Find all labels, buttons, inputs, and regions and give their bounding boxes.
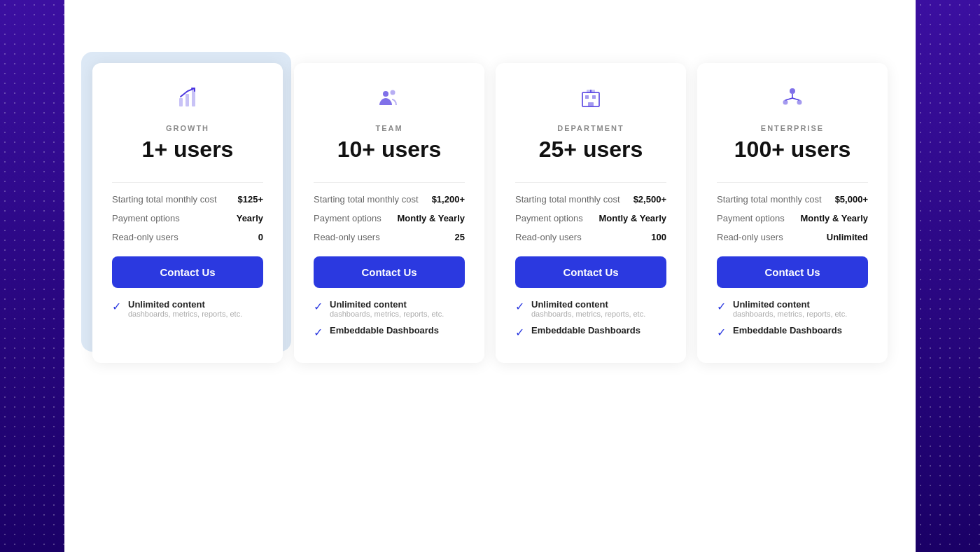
monthly-cost-label: Starting total monthly cost xyxy=(717,194,822,205)
monthly-cost-row: Starting total monthly cost $125+ xyxy=(112,194,263,205)
pricing-card-growth: GROWTH 1+ users Starting total monthly c… xyxy=(92,63,283,363)
monthly-cost-row: Starting total monthly cost $5,000+ xyxy=(717,194,868,205)
svg-point-13 xyxy=(797,100,802,105)
card-icon xyxy=(314,85,465,116)
payment-options-label: Payment options xyxy=(515,213,583,223)
payment-options-row: Payment options Montly & Yearly xyxy=(515,213,666,223)
feature-item: ✓ Unlimited content dashboards, metrics,… xyxy=(314,299,465,318)
payment-options-value: Montly & Yearly xyxy=(800,213,868,223)
card-icon xyxy=(112,85,263,116)
readonly-users-label: Read-only users xyxy=(515,232,582,242)
monthly-cost-value: $5,000+ xyxy=(835,194,868,205)
payment-options-label: Payment options xyxy=(112,213,180,223)
svg-rect-6 xyxy=(585,95,589,99)
monthly-cost-row: Starting total monthly cost $2,500+ xyxy=(515,194,666,205)
feature-title: Embeddable Dashboards xyxy=(531,325,640,336)
pricing-grid: GROWTH 1+ users Starting total monthly c… xyxy=(92,63,888,363)
feature-subtitle: dashboards, metrics, reports, etc. xyxy=(531,310,645,318)
readonly-users-value: Unlimited xyxy=(827,232,868,242)
readonly-users-label: Read-only users xyxy=(717,232,783,242)
contact-us-button[interactable]: Contact Us xyxy=(717,256,868,288)
svg-line-15 xyxy=(785,98,792,100)
svg-rect-1 xyxy=(186,94,189,106)
readonly-users-label: Read-only users xyxy=(112,232,178,242)
feature-item: ✓ Unlimited content dashboards, metrics,… xyxy=(112,299,263,318)
svg-point-3 xyxy=(383,91,388,97)
feature-item: ✓ Embeddable Dashboards xyxy=(314,325,465,339)
check-icon: ✓ xyxy=(515,326,524,339)
card-icon xyxy=(717,85,868,116)
side-decoration-right xyxy=(916,0,980,552)
pricing-card-department: DEPARTMENT 25+ users Starting total mont… xyxy=(496,63,686,363)
feature-title: Unlimited content xyxy=(733,299,847,310)
contact-us-button[interactable]: Contact Us xyxy=(515,256,666,288)
readonly-users-row: Read-only users 25 xyxy=(314,232,465,242)
contact-us-button[interactable]: Contact Us xyxy=(314,256,465,288)
payment-options-value: Yearly xyxy=(237,213,263,223)
card-divider xyxy=(515,182,666,183)
feature-title: Unlimited content xyxy=(330,299,444,310)
feature-item: ✓ Unlimited content dashboards, metrics,… xyxy=(515,299,666,318)
feature-item: ✓ Embeddable Dashboards xyxy=(515,325,666,339)
check-icon: ✓ xyxy=(717,326,726,339)
svg-line-16 xyxy=(792,98,799,100)
card-tier: TEAM xyxy=(314,124,465,132)
payment-options-row: Payment options Montly & Yearly xyxy=(717,213,868,223)
side-decoration-left xyxy=(0,0,64,552)
monthly-cost-value: $125+ xyxy=(237,194,263,205)
contact-us-button[interactable]: Contact Us xyxy=(112,256,263,288)
svg-rect-7 xyxy=(592,95,596,99)
svg-point-11 xyxy=(790,88,795,94)
card-users: 25+ users xyxy=(515,137,666,163)
readonly-users-row: Read-only users Unlimited xyxy=(717,232,868,242)
readonly-users-row: Read-only users 0 xyxy=(112,232,263,242)
svg-point-12 xyxy=(783,100,788,105)
feature-item: ✓ Unlimited content dashboards, metrics,… xyxy=(717,299,868,318)
feature-title: Embeddable Dashboards xyxy=(330,325,439,336)
main-content: GROWTH 1+ users Starting total monthly c… xyxy=(64,0,916,391)
monthly-cost-label: Starting total monthly cost xyxy=(112,194,217,205)
card-divider xyxy=(717,182,868,183)
check-icon: ✓ xyxy=(314,326,323,339)
card-users: 10+ users xyxy=(314,137,465,163)
feature-subtitle: dashboards, metrics, reports, etc. xyxy=(330,310,444,318)
card-users: 100+ users xyxy=(717,137,868,163)
pricing-card-enterprise: ENTERPRISE 100+ users Starting total mon… xyxy=(697,63,888,363)
payment-options-row: Payment options Montly & Yearly xyxy=(314,213,465,223)
monthly-cost-row: Starting total monthly cost $1,200+ xyxy=(314,194,465,205)
card-tier: GROWTH xyxy=(112,124,263,132)
svg-rect-8 xyxy=(588,102,594,106)
readonly-users-label: Read-only users xyxy=(314,232,380,242)
check-icon: ✓ xyxy=(314,300,323,313)
page-wrapper: GROWTH 1+ users Starting total monthly c… xyxy=(0,0,980,552)
monthly-cost-value: $1,200+ xyxy=(432,194,465,205)
payment-options-value: Montly & Yearly xyxy=(397,213,465,223)
check-icon: ✓ xyxy=(112,300,121,313)
card-icon xyxy=(515,85,666,116)
feature-title: Unlimited content xyxy=(128,299,242,310)
feature-title: Embeddable Dashboards xyxy=(733,325,842,336)
monthly-cost-label: Starting total monthly cost xyxy=(515,194,620,205)
payment-options-label: Payment options xyxy=(314,213,382,223)
pricing-card-team: TEAM 10+ users Starting total monthly co… xyxy=(294,63,484,363)
card-divider xyxy=(314,182,465,183)
monthly-cost-value: $2,500+ xyxy=(634,194,666,205)
svg-point-4 xyxy=(391,90,396,95)
card-divider xyxy=(112,182,263,183)
card-users: 1+ users xyxy=(112,137,263,163)
svg-rect-0 xyxy=(179,98,183,106)
readonly-users-value: 100 xyxy=(651,232,666,242)
payment-options-label: Payment options xyxy=(717,213,785,223)
feature-subtitle: dashboards, metrics, reports, etc. xyxy=(733,310,847,318)
card-tier: DEPARTMENT xyxy=(515,124,666,132)
feature-title: Unlimited content xyxy=(531,299,645,310)
check-icon: ✓ xyxy=(515,300,524,313)
payment-options-row: Payment options Yearly xyxy=(112,213,263,223)
monthly-cost-label: Starting total monthly cost xyxy=(314,194,419,205)
readonly-users-value: 0 xyxy=(258,232,263,242)
readonly-users-value: 25 xyxy=(455,232,465,242)
check-icon: ✓ xyxy=(717,300,726,313)
card-tier: ENTERPRISE xyxy=(717,124,868,132)
feature-subtitle: dashboards, metrics, reports, etc. xyxy=(128,310,242,318)
feature-item: ✓ Embeddable Dashboards xyxy=(717,325,868,339)
